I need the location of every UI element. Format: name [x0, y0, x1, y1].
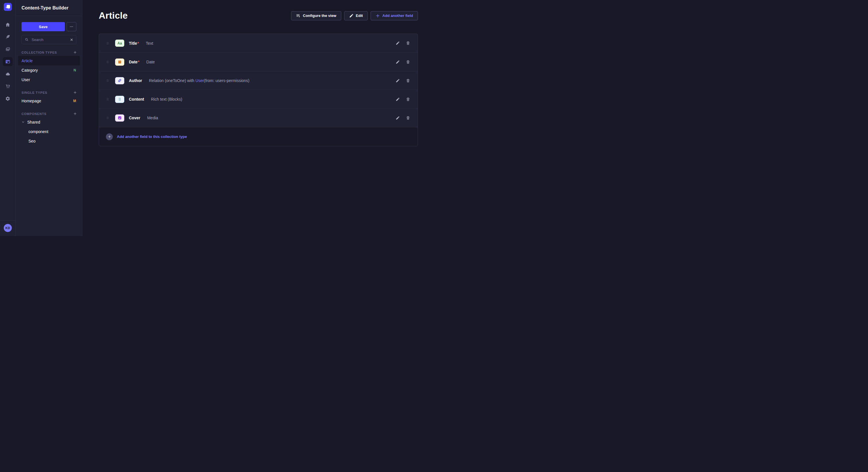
- sidebar-item-component[interactable]: component: [18, 127, 80, 136]
- media-field-icon: [115, 114, 124, 122]
- configure-the-view-button[interactable]: Configure the view: [291, 11, 341, 20]
- section-add-button[interactable]: [73, 112, 77, 115]
- drag-handle-icon: [106, 78, 110, 83]
- sidebar-section: SINGLE TYPESHomepageM: [16, 91, 82, 105]
- drag-handle[interactable]: [106, 115, 110, 121]
- sidebar-title: Content-Type Builder: [22, 5, 68, 11]
- status-badge: N: [73, 68, 77, 72]
- sidebar-item-label: User: [22, 77, 30, 82]
- save-row: Save: [22, 22, 76, 31]
- sidebar-item-category[interactable]: CategoryN: [18, 65, 80, 75]
- section-header: COMPONENTS: [22, 112, 77, 115]
- field-row-author: AuthorRelation (oneToOne) with User(from…: [99, 71, 417, 90]
- strapi-logo-icon[interactable]: [4, 3, 12, 11]
- trash-icon: [406, 78, 410, 83]
- sidebar-item-label: Article: [22, 59, 33, 63]
- save-button[interactable]: Save: [22, 22, 65, 31]
- add-field-footer-button[interactable]: Add another field to this collection typ…: [99, 127, 417, 146]
- home-icon: [5, 22, 10, 27]
- rail-nav: [3, 20, 12, 103]
- field-row-title: AaTitle*Text: [99, 34, 417, 53]
- media-field-icon: [117, 115, 122, 120]
- rail-bottom: KD: [0, 220, 16, 236]
- status-badge: M: [73, 99, 77, 103]
- trash-icon: [406, 41, 410, 45]
- sidebar-header: Content-Type Builder: [16, 0, 82, 16]
- sidebar-item-user[interactable]: User: [18, 75, 80, 84]
- delete-field-button[interactable]: [406, 41, 410, 45]
- sidebar-sections: COLLECTION TYPESArticleCategoryNUserSING…: [16, 44, 82, 146]
- fields-table: AaTitle*TextDate*DateAuthorRelation (one…: [99, 34, 418, 146]
- search-input[interactable]: [31, 37, 68, 42]
- clear-search-button[interactable]: [70, 38, 73, 41]
- main-header: Article Configure the viewEditAdd anothe…: [99, 10, 418, 21]
- edit-field-button[interactable]: [396, 116, 400, 120]
- drag-handle-icon: [106, 115, 110, 121]
- more-options-button[interactable]: [67, 22, 76, 31]
- feather-icon: [5, 34, 10, 40]
- sidebar-item-article[interactable]: Article: [18, 56, 80, 65]
- delete-field-button[interactable]: [406, 78, 410, 83]
- app-window: KD Content-Type Builder Save COLLECTION …: [0, 0, 434, 236]
- sidebar-item-seo[interactable]: Seo: [18, 136, 80, 146]
- drag-handle[interactable]: [106, 59, 110, 65]
- rail-item-media-library[interactable]: [3, 45, 12, 54]
- relation-field-icon: [115, 77, 124, 84]
- button-label: Edit: [356, 13, 363, 18]
- delete-field-button[interactable]: [406, 116, 410, 120]
- button-label: Add another field: [382, 13, 413, 18]
- rail-item-content-type-builder[interactable]: [3, 57, 12, 66]
- settings-gear-icon: [5, 96, 10, 101]
- rail-item-marketplace-cart[interactable]: [3, 82, 12, 91]
- marketplace-cart-icon: [5, 84, 10, 89]
- field-type: Text: [146, 41, 153, 45]
- sidebar-item-label: component: [28, 129, 48, 134]
- delete-field-button[interactable]: [406, 60, 410, 64]
- edit-button[interactable]: Edit: [344, 11, 368, 20]
- section-label: COLLECTION TYPES: [22, 51, 57, 54]
- relation-target-link[interactable]: User: [195, 78, 204, 83]
- drag-handle[interactable]: [106, 78, 110, 83]
- rail-item-settings-gear[interactable]: [3, 94, 12, 103]
- section-add-button[interactable]: [73, 91, 77, 94]
- field-name: Date*: [129, 60, 140, 64]
- rail-item-home[interactable]: [3, 20, 12, 29]
- edit-field-button[interactable]: [396, 78, 400, 83]
- rail-item-feather[interactable]: [3, 32, 12, 42]
- field-row-cover: CoverMedia: [99, 108, 417, 127]
- blocks-field-icon: [117, 97, 122, 102]
- delete-field-button[interactable]: [406, 97, 410, 102]
- search-icon: [25, 38, 29, 42]
- content-type-builder-icon: [5, 59, 10, 64]
- drag-handle[interactable]: [106, 97, 110, 102]
- pencil-icon: [396, 41, 400, 45]
- required-asterisk: *: [137, 41, 139, 45]
- field-type: Date: [146, 60, 155, 64]
- media-library-icon: [5, 47, 10, 52]
- required-asterisk: *: [138, 60, 139, 64]
- text-field-icon: Aa: [115, 40, 124, 47]
- drag-handle-icon: [106, 97, 110, 102]
- drag-handle[interactable]: [106, 41, 110, 46]
- sidebar-item-label: Seo: [28, 139, 36, 143]
- rail-item-cloud[interactable]: [3, 69, 12, 78]
- field-row-date: Date*Date: [99, 53, 417, 71]
- edit-field-button[interactable]: [396, 41, 400, 45]
- avatar[interactable]: KD: [4, 224, 12, 232]
- pencil-icon: [349, 13, 353, 18]
- sidebar-item-homepage[interactable]: HomepageM: [18, 96, 80, 105]
- page-title: Article: [99, 10, 128, 21]
- pencil-icon: [396, 97, 400, 102]
- edit-field-button[interactable]: [396, 97, 400, 102]
- edit-field-button[interactable]: [396, 60, 400, 64]
- icon-rail: KD: [0, 0, 16, 236]
- sidebar: Content-Type Builder Save COLLECTION TYP…: [16, 0, 82, 236]
- sidebar-item-shared[interactable]: Shared: [18, 117, 80, 127]
- cloud-icon: [5, 71, 10, 76]
- add-another-field-button[interactable]: Add another field: [371, 11, 418, 20]
- pencil-icon: [396, 78, 400, 83]
- section-header: COLLECTION TYPES: [22, 50, 77, 54]
- section-add-button[interactable]: [73, 50, 77, 54]
- plus-circle-icon: [106, 133, 113, 140]
- field-type: Media: [147, 115, 158, 120]
